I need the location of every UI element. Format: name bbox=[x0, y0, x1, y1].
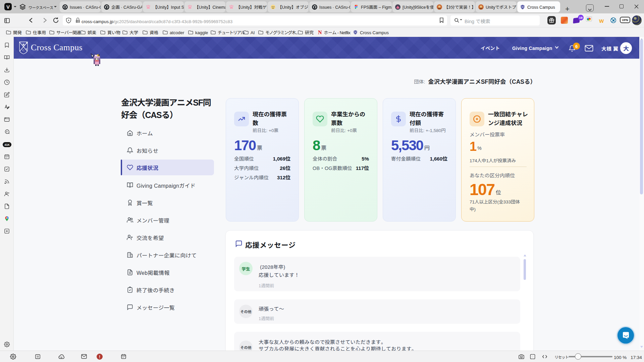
svg-text:C: C bbox=[22, 49, 24, 52]
